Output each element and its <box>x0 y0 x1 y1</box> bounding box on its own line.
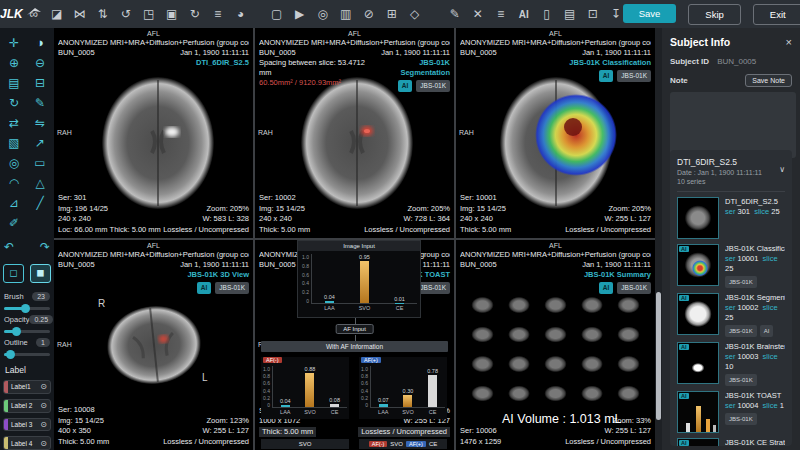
angle-tool-icon[interactable]: ⊿ <box>3 193 25 213</box>
fill-region-icon[interactable]: ▧ <box>3 133 25 153</box>
report-icon[interactable]: ▤ <box>563 7 577 21</box>
chevron-down-icon[interactable]: ∨ <box>779 165 785 174</box>
brush-settings: Brush23 Opacity0.25 Outline1 <box>4 287 50 356</box>
close-icon[interactable]: × <box>786 36 792 48</box>
note-textarea[interactable] <box>670 92 796 158</box>
line-tool-icon[interactable]: ╱ <box>29 193 51 213</box>
scrollbar-thumb[interactable] <box>656 292 661 420</box>
brush-mode-erase-icon[interactable]: ◻ <box>3 264 24 283</box>
outline-label: Outline <box>4 338 28 347</box>
pan-tool-icon[interactable]: ✛ <box>3 33 25 53</box>
download-icon[interactable]: ↧ <box>609 7 623 21</box>
freehand-roi-icon[interactable]: ◠ <box>3 173 25 193</box>
eye-icon[interactable]: ⊙ <box>40 420 50 429</box>
viewport-segmentation[interactable]: AFL RAH ANONYMIZED MRI+MRA+Diffusion+Per… <box>255 28 454 238</box>
image-adjust-icon[interactable]: ◪ <box>50 7 64 21</box>
series-item-dti[interactable]: DTI_6DIR_S2.5 ser 301 slice 25 <box>677 197 785 239</box>
brush-mode-group: ◻ ◼ <box>3 264 51 283</box>
series-item-segmentation[interactable]: AI JBS-01K Segmentation ser 10002 slice … <box>677 293 785 337</box>
window-level-icon[interactable]: ◑ <box>29 33 51 53</box>
tag-icon[interactable]: ◇ <box>408 7 422 21</box>
swap-h-icon[interactable]: ⇄ <box>3 113 25 133</box>
eye-icon[interactable]: ⊙ <box>40 439 50 448</box>
study-datetime: Jan 1, 1900 11:11:11 <box>180 48 249 58</box>
viewport-3d-view[interactable]: AFL RAH R L ANONYMIZED MRI+MRA+Diffusion… <box>54 240 253 450</box>
viewport-toast[interactable]: AFL RAH ANONYMIZED MRI+MRA+Diffusion+Per… <box>255 240 454 450</box>
palette-icon[interactable]: ◕ <box>234 7 248 21</box>
marker-left: L <box>202 372 208 383</box>
top-toolbar: JLK ∞ ◪ ⋈ ⇅ ↺ ◳ ▣ ↻ ≡ ◕ ▢ ▶ ◎ ▥ ⊘ ⊞ ◇ ✎ … <box>0 0 800 28</box>
flip-vertical-icon[interactable]: ⇅ <box>96 7 110 21</box>
viewport-info-right: Zoom: 123%W: 255 L: 127 Lossless / Uncom… <box>163 416 249 448</box>
expand-icon[interactable]: ◳ <box>142 7 156 21</box>
exit-button[interactable]: Exit <box>753 4 800 25</box>
label-item-4[interactable]: Label 4 ⊙ <box>3 436 51 450</box>
viewport-dwi[interactable]: AFL RAH ANONYMIZED MRI+MRA+Diffusion+Per… <box>54 28 253 238</box>
zoom-out-icon[interactable]: ⊖ <box>29 53 51 73</box>
label2-name: Label 2 <box>8 402 40 409</box>
disable-overlay-icon[interactable]: ⊘ <box>362 7 376 21</box>
patient-id: BUN_0005 <box>259 48 296 58</box>
jbs-01k-badge: JBS-01K <box>725 374 757 386</box>
grid-icon[interactable]: ⊞ <box>385 7 399 21</box>
series-item-ce-stratification[interactable]: AI JBS-01K CE Stratification ser 10005 s… <box>677 438 785 446</box>
orientation-marker-top: AFL <box>255 30 454 37</box>
series-item-toast[interactable]: AI JBS-01K TOAST ser 10004 slice 1 JBS-0… <box>677 391 785 433</box>
rotate-icon[interactable]: ↻ <box>3 93 25 113</box>
undo-icon[interactable]: ↶ <box>0 237 20 257</box>
fullscreen-icon[interactable]: ⊡ <box>586 7 600 21</box>
arrow-annotation-icon[interactable]: ↗ <box>29 133 51 153</box>
study-header[interactable]: DTI_6DIR_S2.5 Date : Jan 1, 1900 11:11:1… <box>677 157 785 185</box>
viewport-summary[interactable]: AFL ANONYMIZED MRI+MRA+Diffusion+Perfusi… <box>456 240 655 450</box>
ai-thumb-badge: AI <box>679 246 689 252</box>
label-item-3[interactable]: Label 3 ⊙ <box>3 418 51 432</box>
series-item-brainstem[interactable]: AI JBS-01K Brainstem ser 10003 slice 10 … <box>677 342 785 386</box>
jbs-01k-badge: JBS-01K <box>725 413 757 425</box>
ai-tool-icon[interactable]: AI <box>517 9 531 20</box>
label-item-2[interactable]: Label 2 ⊙ <box>3 399 51 413</box>
erase-icon[interactable]: ✕ <box>471 7 485 21</box>
crosshair-icon[interactable]: ◎ <box>3 153 25 173</box>
rect-roi-icon[interactable]: ▭ <box>29 153 51 173</box>
study-datetime: Jan 1, 1900 11:11:11 <box>381 48 450 58</box>
draw-icon[interactable]: ✎ <box>448 7 462 21</box>
af-input-button[interactable]: AF Input <box>335 324 374 334</box>
triangle-roi-icon[interactable]: △ <box>29 173 51 193</box>
brush-mode-paint-icon[interactable]: ◼ <box>30 264 51 283</box>
redo-icon[interactable]: ↷ <box>34 237 56 257</box>
patient-id: BUN_0005 <box>460 260 497 270</box>
sidebar-scrollbar[interactable] <box>655 28 662 450</box>
crop-icon[interactable]: ▣ <box>165 7 179 21</box>
save-button[interactable]: Save <box>623 4 677 23</box>
clipboard-icon[interactable]: ▯ <box>540 7 554 21</box>
image-input-chart: 1.00.80.6 0.40.20 0.04LAA 0.95SVO 0.01CE <box>302 254 417 304</box>
layout-icon[interactable]: ▢ <box>270 7 284 21</box>
eye-icon[interactable]: ⊙ <box>40 382 50 391</box>
series-item-classification[interactable]: AI JBS-01K Classification ser 10001 slic… <box>677 244 785 288</box>
viewport-info-left: Ser: 10002Img: 15 14/25 240 x 240Thick: … <box>259 193 310 235</box>
brush-slider[interactable] <box>4 307 50 310</box>
swap-v-icon[interactable]: ⇋ <box>29 113 51 133</box>
ruler-icon[interactable]: ▥ <box>339 7 353 21</box>
rotate-left-icon[interactable]: ↺ <box>119 7 133 21</box>
flip-horizontal-icon[interactable]: ⋈ <box>73 7 87 21</box>
series-thumbnail: AI <box>677 391 719 433</box>
zoom-in-icon[interactable]: ⊕ <box>3 53 25 73</box>
eye-icon[interactable]: ⊙ <box>40 401 50 410</box>
skip-button[interactable]: Skip <box>688 4 740 25</box>
label-item-1[interactable]: Label1 ⊙ <box>3 380 51 394</box>
trash-icon[interactable]: ⊟ <box>29 73 51 93</box>
target-icon[interactable]: ◎ <box>316 7 330 21</box>
reset-icon[interactable]: ↻ <box>188 7 202 21</box>
viewport-classification[interactable]: AFL RAH ANONYMIZED MRI+MRA+Diffusion+Per… <box>456 28 655 238</box>
layers-icon[interactable]: ▤ <box>3 73 25 93</box>
outline-slider[interactable] <box>4 353 50 356</box>
probe-tool-icon[interactable]: ✐ <box>3 213 25 233</box>
play-cine-icon[interactable]: ▶ <box>293 7 307 21</box>
opacity-slider[interactable] <box>4 330 50 333</box>
save-note-button[interactable]: Save Note <box>745 74 792 87</box>
lines-icon[interactable]: ≡ <box>494 7 508 21</box>
subject-info-panel: Subject Info × Subject ID BUN_0005 Note … <box>662 28 800 450</box>
tune-sliders-icon[interactable]: ≡ <box>211 7 225 21</box>
pencil-icon[interactable]: ✎ <box>29 93 51 113</box>
